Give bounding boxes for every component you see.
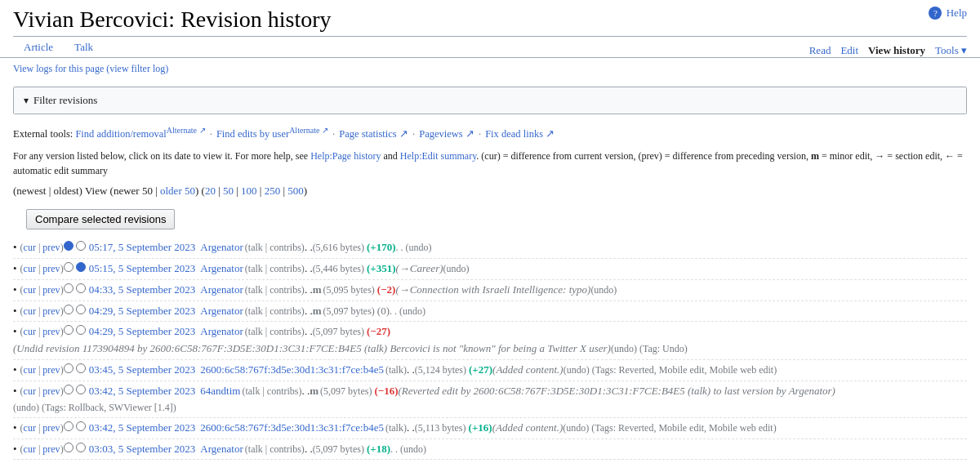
revision-date[interactable]: 04:29, 5 September 2023 bbox=[89, 303, 196, 320]
user-link[interactable]: Argenator bbox=[200, 239, 243, 256]
radio-prev[interactable] bbox=[76, 443, 86, 452]
cur-link[interactable]: cur bbox=[24, 364, 36, 376]
action-tools[interactable]: Tools ▾ bbox=[935, 44, 967, 57]
find-edits-by-user-link[interactable]: Find edits by user bbox=[216, 128, 289, 140]
cur-link[interactable]: cur bbox=[24, 263, 36, 274]
filter-collapse-icon: ▾ bbox=[24, 95, 29, 107]
cur-prev-links: (cur | prev) bbox=[20, 363, 64, 378]
radio-cur[interactable] bbox=[64, 262, 74, 272]
prev-link[interactable]: prev bbox=[42, 284, 60, 296]
50-link[interactable]: 50 bbox=[223, 185, 234, 197]
radio-prev[interactable] bbox=[76, 385, 86, 394]
page-statistics-link[interactable]: Page statistics ↗ bbox=[339, 128, 408, 140]
user-actions: (talk) bbox=[385, 363, 407, 378]
prev-link[interactable]: prev bbox=[42, 326, 60, 337]
filter-revisions-header[interactable]: ▾ Filter revisions bbox=[14, 87, 966, 114]
diff-size: (−2) bbox=[377, 282, 396, 299]
cur-link[interactable]: cur bbox=[24, 242, 36, 253]
revision-date[interactable]: 03:42, 5 September 2023 bbox=[89, 383, 196, 400]
cur-link[interactable]: cur bbox=[24, 284, 36, 296]
radio-cur[interactable] bbox=[64, 443, 74, 452]
radio-prev[interactable] bbox=[76, 241, 86, 251]
radio-prev[interactable] bbox=[76, 305, 86, 314]
find-addition-removal-alt[interactable]: Alternate ↗ bbox=[167, 126, 206, 135]
radio-group bbox=[64, 443, 86, 452]
diff-size: (+18) bbox=[367, 441, 390, 458]
tab-article[interactable]: Article bbox=[13, 37, 64, 57]
user-actions: (talk | contribs) bbox=[242, 384, 301, 399]
radio-cur[interactable] bbox=[64, 283, 74, 293]
help-edit-summary-link[interactable]: Help:Edit summary bbox=[400, 150, 477, 162]
cur-link[interactable]: cur bbox=[24, 305, 36, 317]
user-link[interactable]: Argenator bbox=[200, 303, 243, 320]
prev-link[interactable]: prev bbox=[42, 443, 60, 455]
action-edit[interactable]: Edit bbox=[840, 44, 858, 57]
revision-date[interactable]: 03:42, 5 September 2023 bbox=[89, 420, 196, 437]
cur-prev-links: (cur | prev) bbox=[20, 442, 64, 457]
table-row: • (cur | prev) 03:42, 5 September 2023 ​… bbox=[13, 418, 967, 439]
radio-cur[interactable] bbox=[64, 421, 74, 431]
pageviews-link[interactable]: Pageviews ↗ bbox=[419, 128, 474, 140]
radio-cur[interactable] bbox=[64, 385, 74, 394]
prev-link[interactable]: prev bbox=[42, 263, 60, 274]
user-actions: (talk | contribs) bbox=[245, 240, 305, 256]
action-view-history[interactable]: View history bbox=[868, 44, 925, 57]
revision-date[interactable]: 03:45, 5 September 2023 bbox=[89, 362, 196, 379]
user-actions: (talk) bbox=[385, 421, 407, 436]
extra-info: . . (undo) bbox=[390, 442, 426, 457]
action-read[interactable]: Read bbox=[809, 44, 831, 57]
radio-prev[interactable] bbox=[76, 262, 86, 272]
cur-link[interactable]: cur bbox=[24, 385, 36, 397]
radio-cur[interactable] bbox=[64, 305, 74, 314]
find-addition-removal-link[interactable]: Find addition/removal bbox=[75, 128, 166, 140]
revision-date[interactable]: 03:03, 5 September 2023 bbox=[89, 441, 196, 458]
table-row: • (cur | prev) 03:01, 5 September 2023 ​… bbox=[13, 460, 967, 463]
radio-prev[interactable] bbox=[76, 283, 86, 293]
view-filter-log-link[interactable]: (view filter log) bbox=[106, 63, 168, 74]
250-link[interactable]: 250 bbox=[265, 185, 281, 197]
radio-prev[interactable] bbox=[76, 325, 86, 335]
revision-date[interactable]: 04:29, 5 September 2023 bbox=[89, 323, 196, 341]
find-edits-by-user-alt[interactable]: Alternate ↗ bbox=[289, 126, 328, 135]
cur-link[interactable]: cur bbox=[24, 326, 36, 337]
tab-talk[interactable]: Talk bbox=[64, 37, 104, 57]
user-link[interactable]: Argenator bbox=[200, 260, 243, 278]
prev-link[interactable]: prev bbox=[42, 422, 60, 434]
revision-date[interactable]: 05:15, 5 September 2023 bbox=[89, 260, 196, 278]
radio-prev[interactable] bbox=[76, 421, 86, 431]
view-logs-link[interactable]: View logs for this page bbox=[13, 63, 104, 74]
cur-link[interactable]: cur bbox=[24, 422, 36, 434]
compare-revisions-button[interactable]: Compare selected revisions bbox=[26, 209, 175, 229]
radio-prev[interactable] bbox=[76, 363, 86, 373]
revision-date[interactable]: 04:33, 5 September 2023 bbox=[89, 282, 196, 299]
revision-date[interactable]: 05:17, 5 September 2023 bbox=[89, 239, 196, 256]
20-link[interactable]: 20 bbox=[205, 185, 216, 197]
user-link[interactable]: 64andtim bbox=[200, 383, 240, 400]
user-link[interactable]: Argenator bbox=[200, 441, 243, 458]
prev-link[interactable]: prev bbox=[42, 242, 60, 253]
diff-size: (0) bbox=[377, 303, 390, 320]
prev-link[interactable]: prev bbox=[42, 364, 60, 376]
radio-group bbox=[64, 262, 86, 272]
user-link[interactable]: Argenator bbox=[200, 282, 243, 299]
list-bullet: • bbox=[13, 239, 17, 256]
prev-link[interactable]: prev bbox=[42, 385, 60, 397]
cur-link[interactable]: cur bbox=[24, 443, 36, 455]
older-50-link[interactable]: older 50 bbox=[160, 185, 195, 197]
diff-size: (−16) bbox=[374, 383, 398, 400]
diff-size: (+351) bbox=[367, 260, 396, 278]
user-link[interactable]: 2600:6c58:767f:3d5e:30d1:3c31:f7ce:b4e5 bbox=[200, 420, 384, 437]
help-page-history-link[interactable]: Help:Page history bbox=[310, 150, 381, 162]
500-link[interactable]: 500 bbox=[287, 185, 304, 197]
help-text: For any version listed below, click on i… bbox=[0, 145, 980, 181]
user-actions: (talk | contribs) bbox=[245, 261, 305, 277]
radio-cur[interactable] bbox=[64, 325, 74, 335]
help-link[interactable]: Help bbox=[947, 7, 967, 19]
user-link[interactable]: 2600:6c58:767f:3d5e:30d1:3c31:f7ce:b4e5 bbox=[200, 362, 384, 379]
fix-dead-links-link[interactable]: Fix dead links ↗ bbox=[485, 128, 555, 140]
100-link[interactable]: 100 bbox=[241, 185, 257, 197]
radio-cur[interactable] bbox=[64, 363, 74, 373]
radio-cur[interactable] bbox=[64, 241, 74, 251]
prev-link[interactable]: prev bbox=[42, 305, 60, 317]
user-link[interactable]: Argenator bbox=[200, 323, 243, 341]
